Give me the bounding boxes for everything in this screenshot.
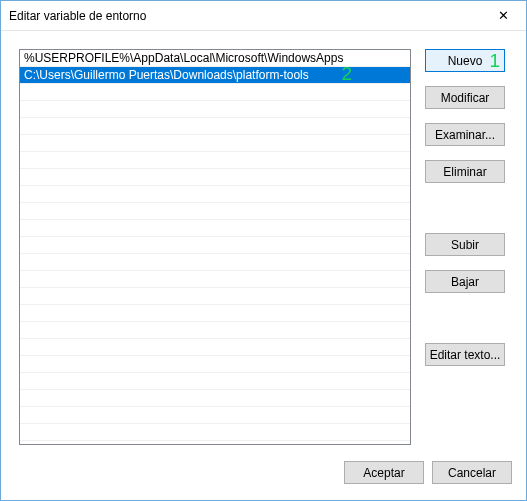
list-item-text: %USERPROFILE%\AppData\Local\Microsoft\Wi… (24, 51, 343, 65)
delete-button[interactable]: Eliminar (425, 160, 505, 183)
list-item-empty[interactable] (20, 203, 410, 220)
ok-button[interactable]: Aceptar (344, 461, 424, 484)
list-item-empty[interactable] (20, 169, 410, 186)
button-label: Editar texto... (430, 348, 501, 362)
edit-text-button[interactable]: Editar texto... (425, 343, 505, 366)
button-label: Modificar (441, 91, 490, 105)
list-item-empty[interactable] (20, 305, 410, 322)
button-sidebar: Nuevo 1 Modificar Examinar... Eliminar S… (425, 49, 505, 451)
list-item-empty[interactable] (20, 186, 410, 203)
annotation-marker-1: 1 (489, 50, 500, 72)
list-item-empty[interactable] (20, 101, 410, 118)
list-item-empty[interactable] (20, 271, 410, 288)
list-item[interactable]: %USERPROFILE%\AppData\Local\Microsoft\Wi… (20, 50, 410, 67)
list-item-empty[interactable] (20, 339, 410, 356)
list-item-selected[interactable]: C:\Users\Guillermo Puertas\Downloads\pla… (20, 67, 410, 84)
button-label: Bajar (451, 275, 479, 289)
titlebar: Editar variable de entorno ✕ (1, 1, 526, 31)
list-item-empty[interactable] (20, 322, 410, 339)
dialog-window: Editar variable de entorno ✕ %USERPROFIL… (0, 0, 527, 501)
move-down-button[interactable]: Bajar (425, 270, 505, 293)
button-label: Cancelar (448, 466, 496, 480)
browse-button[interactable]: Examinar... (425, 123, 505, 146)
button-label: Nuevo (448, 54, 483, 68)
button-label: Examinar... (435, 128, 495, 142)
list-item-empty[interactable] (20, 356, 410, 373)
list-item-empty[interactable] (20, 390, 410, 407)
list-item-empty[interactable] (20, 118, 410, 135)
list-item-empty[interactable] (20, 152, 410, 169)
new-button[interactable]: Nuevo 1 (425, 49, 505, 72)
content-area: %USERPROFILE%\AppData\Local\Microsoft\Wi… (1, 31, 526, 461)
path-listbox[interactable]: %USERPROFILE%\AppData\Local\Microsoft\Wi… (19, 49, 411, 445)
list-item-empty[interactable] (20, 424, 410, 441)
move-up-button[interactable]: Subir (425, 233, 505, 256)
list-item-empty[interactable] (20, 237, 410, 254)
close-button[interactable]: ✕ (481, 1, 526, 30)
cancel-button[interactable]: Cancelar (432, 461, 512, 484)
list-item-empty[interactable] (20, 373, 410, 390)
close-icon: ✕ (498, 8, 509, 23)
button-label: Aceptar (363, 466, 404, 480)
annotation-marker-2: 2 (341, 65, 352, 82)
modify-button[interactable]: Modificar (425, 86, 505, 109)
window-title: Editar variable de entorno (9, 9, 146, 23)
list-item-empty[interactable] (20, 407, 410, 424)
list-item-empty[interactable] (20, 135, 410, 152)
list-item-empty[interactable] (20, 220, 410, 237)
list-item-empty[interactable] (20, 288, 410, 305)
list-item-empty[interactable] (20, 254, 410, 271)
list-item-text: C:\Users\Guillermo Puertas\Downloads\pla… (24, 68, 309, 82)
dialog-footer: Aceptar Cancelar (1, 461, 526, 500)
list-item-empty[interactable] (20, 84, 410, 101)
button-label: Subir (451, 238, 479, 252)
button-label: Eliminar (443, 165, 486, 179)
